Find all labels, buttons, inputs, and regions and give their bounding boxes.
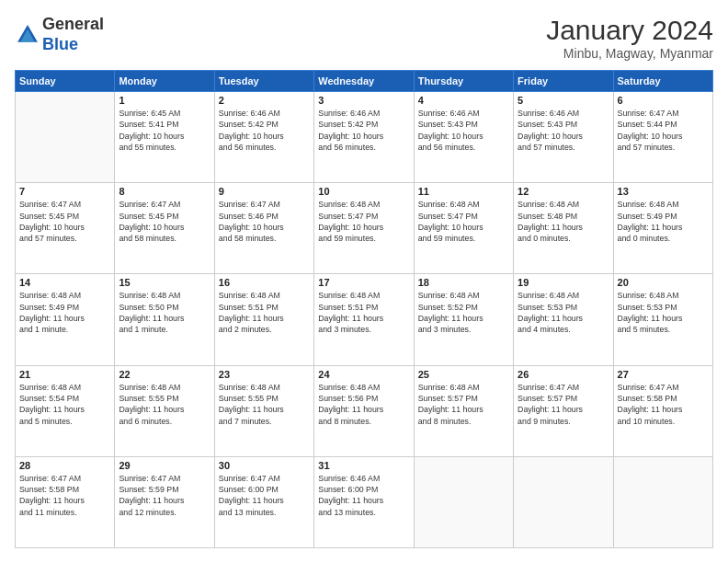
calendar-cell: 4Sunrise: 6:46 AM Sunset: 5:43 PM Daylig… [414, 92, 513, 183]
day-number: 9 [219, 186, 310, 197]
day-number: 13 [618, 186, 709, 197]
day-number: 2 [219, 95, 310, 106]
day-number: 10 [318, 186, 409, 197]
day-number: 3 [318, 95, 409, 106]
calendar-cell: 31Sunrise: 6:46 AM Sunset: 6:00 PM Dayli… [314, 456, 414, 547]
day-info: Sunrise: 6:48 AM Sunset: 5:53 PM Dayligh… [618, 290, 709, 335]
day-number: 12 [518, 186, 609, 197]
day-number: 15 [119, 277, 210, 288]
calendar-cell: 21Sunrise: 6:48 AM Sunset: 5:54 PM Dayli… [16, 365, 115, 456]
day-number: 14 [19, 277, 110, 288]
day-number: 5 [518, 95, 609, 106]
calendar-cell: 12Sunrise: 6:48 AM Sunset: 5:48 PM Dayli… [514, 183, 613, 274]
calendar-cell: 20Sunrise: 6:48 AM Sunset: 5:53 PM Dayli… [613, 274, 712, 365]
day-info: Sunrise: 6:47 AM Sunset: 5:58 PM Dayligh… [19, 473, 110, 518]
calendar-day-header: Wednesday [314, 71, 414, 92]
calendar-cell: 13Sunrise: 6:48 AM Sunset: 5:49 PM Dayli… [613, 183, 712, 274]
day-info: Sunrise: 6:47 AM Sunset: 6:00 PM Dayligh… [219, 473, 310, 518]
calendar-cell: 29Sunrise: 6:47 AM Sunset: 5:59 PM Dayli… [115, 456, 214, 547]
day-info: Sunrise: 6:48 AM Sunset: 5:57 PM Dayligh… [418, 382, 509, 427]
day-info: Sunrise: 6:46 AM Sunset: 5:42 PM Dayligh… [219, 108, 310, 153]
logo-blue: Blue [42, 35, 104, 55]
day-info: Sunrise: 6:48 AM Sunset: 5:49 PM Dayligh… [19, 290, 110, 335]
day-number: 28 [19, 460, 110, 471]
calendar-cell: 11Sunrise: 6:48 AM Sunset: 5:47 PM Dayli… [414, 183, 513, 274]
calendar-cell: 30Sunrise: 6:47 AM Sunset: 6:00 PM Dayli… [214, 456, 313, 547]
day-info: Sunrise: 6:47 AM Sunset: 5:45 PM Dayligh… [19, 199, 110, 244]
calendar-cell: 22Sunrise: 6:48 AM Sunset: 5:55 PM Dayli… [115, 365, 214, 456]
day-number: 17 [318, 277, 409, 288]
day-info: Sunrise: 6:46 AM Sunset: 5:43 PM Dayligh… [418, 108, 509, 153]
day-info: Sunrise: 6:48 AM Sunset: 5:55 PM Dayligh… [219, 382, 310, 427]
page: General Blue January 2024 Minbu, Magway,… [0, 0, 728, 563]
day-number: 27 [618, 369, 709, 380]
day-info: Sunrise: 6:48 AM Sunset: 5:54 PM Dayligh… [19, 382, 110, 427]
calendar-cell: 28Sunrise: 6:47 AM Sunset: 5:58 PM Dayli… [16, 456, 115, 547]
logo-general: General [42, 15, 104, 35]
day-number: 8 [119, 186, 210, 197]
day-number: 18 [418, 277, 509, 288]
logo-icon [15, 22, 40, 48]
day-number: 20 [618, 277, 709, 288]
day-number: 30 [219, 460, 310, 471]
calendar-cell: 14Sunrise: 6:48 AM Sunset: 5:49 PM Dayli… [16, 274, 115, 365]
day-number: 25 [418, 369, 509, 380]
day-number: 1 [119, 95, 210, 106]
calendar-day-header: Monday [115, 71, 214, 92]
calendar-week-row: 14Sunrise: 6:48 AM Sunset: 5:49 PM Dayli… [16, 274, 713, 365]
day-info: Sunrise: 6:47 AM Sunset: 5:45 PM Dayligh… [119, 199, 210, 244]
calendar-cell: 8Sunrise: 6:47 AM Sunset: 5:45 PM Daylig… [115, 183, 214, 274]
calendar-cell: 27Sunrise: 6:47 AM Sunset: 5:58 PM Dayli… [613, 365, 712, 456]
calendar-day-header: Saturday [613, 71, 712, 92]
day-info: Sunrise: 6:48 AM Sunset: 5:53 PM Dayligh… [518, 290, 609, 335]
calendar-cell [514, 456, 613, 547]
calendar-cell [16, 92, 115, 183]
day-info: Sunrise: 6:48 AM Sunset: 5:49 PM Dayligh… [618, 199, 709, 244]
calendar-day-header: Tuesday [214, 71, 313, 92]
calendar-cell: 1Sunrise: 6:45 AM Sunset: 5:41 PM Daylig… [115, 92, 214, 183]
day-info: Sunrise: 6:47 AM Sunset: 5:46 PM Dayligh… [219, 199, 310, 244]
day-number: 29 [119, 460, 210, 471]
title-block: January 2024 Minbu, Magway, Myanmar [546, 15, 713, 61]
day-info: Sunrise: 6:47 AM Sunset: 5:57 PM Dayligh… [518, 382, 609, 427]
calendar-cell: 26Sunrise: 6:47 AM Sunset: 5:57 PM Dayli… [514, 365, 613, 456]
day-info: Sunrise: 6:47 AM Sunset: 5:58 PM Dayligh… [618, 382, 709, 427]
calendar-cell: 10Sunrise: 6:48 AM Sunset: 5:47 PM Dayli… [314, 183, 414, 274]
calendar-cell: 2Sunrise: 6:46 AM Sunset: 5:42 PM Daylig… [214, 92, 313, 183]
day-number: 26 [518, 369, 609, 380]
day-number: 24 [318, 369, 409, 380]
calendar-cell: 7Sunrise: 6:47 AM Sunset: 5:45 PM Daylig… [16, 183, 115, 274]
calendar-week-row: 7Sunrise: 6:47 AM Sunset: 5:45 PM Daylig… [16, 183, 713, 274]
calendar-cell: 15Sunrise: 6:48 AM Sunset: 5:50 PM Dayli… [115, 274, 214, 365]
day-info: Sunrise: 6:48 AM Sunset: 5:50 PM Dayligh… [119, 290, 210, 335]
calendar-cell: 18Sunrise: 6:48 AM Sunset: 5:52 PM Dayli… [414, 274, 513, 365]
day-info: Sunrise: 6:46 AM Sunset: 5:43 PM Dayligh… [518, 108, 609, 153]
calendar-cell: 5Sunrise: 6:46 AM Sunset: 5:43 PM Daylig… [514, 92, 613, 183]
day-number: 22 [119, 369, 210, 380]
day-number: 31 [318, 460, 409, 471]
day-number: 6 [618, 95, 709, 106]
calendar-week-row: 1Sunrise: 6:45 AM Sunset: 5:41 PM Daylig… [16, 92, 713, 183]
logo-text: General Blue [42, 15, 104, 54]
day-info: Sunrise: 6:48 AM Sunset: 5:47 PM Dayligh… [418, 199, 509, 244]
month-title: January 2024 [546, 15, 713, 46]
calendar-cell: 19Sunrise: 6:48 AM Sunset: 5:53 PM Dayli… [514, 274, 613, 365]
day-info: Sunrise: 6:48 AM Sunset: 5:47 PM Dayligh… [318, 199, 409, 244]
calendar-day-header: Sunday [16, 71, 115, 92]
day-info: Sunrise: 6:47 AM Sunset: 5:44 PM Dayligh… [618, 108, 709, 153]
calendar-cell: 6Sunrise: 6:47 AM Sunset: 5:44 PM Daylig… [613, 92, 712, 183]
calendar-cell [613, 456, 712, 547]
day-info: Sunrise: 6:48 AM Sunset: 5:51 PM Dayligh… [219, 290, 310, 335]
calendar-header-row: SundayMondayTuesdayWednesdayThursdayFrid… [16, 71, 713, 92]
calendar-cell: 25Sunrise: 6:48 AM Sunset: 5:57 PM Dayli… [414, 365, 513, 456]
calendar-cell: 23Sunrise: 6:48 AM Sunset: 5:55 PM Dayli… [214, 365, 313, 456]
calendar-cell: 3Sunrise: 6:46 AM Sunset: 5:42 PM Daylig… [314, 92, 414, 183]
day-info: Sunrise: 6:45 AM Sunset: 5:41 PM Dayligh… [119, 108, 210, 153]
calendar-cell [414, 456, 513, 547]
header: General Blue January 2024 Minbu, Magway,… [15, 15, 713, 61]
calendar-week-row: 21Sunrise: 6:48 AM Sunset: 5:54 PM Dayli… [16, 365, 713, 456]
logo: General Blue [15, 15, 104, 54]
day-info: Sunrise: 6:46 AM Sunset: 5:42 PM Dayligh… [318, 108, 409, 153]
calendar-cell: 16Sunrise: 6:48 AM Sunset: 5:51 PM Dayli… [214, 274, 313, 365]
day-info: Sunrise: 6:47 AM Sunset: 5:59 PM Dayligh… [119, 473, 210, 518]
